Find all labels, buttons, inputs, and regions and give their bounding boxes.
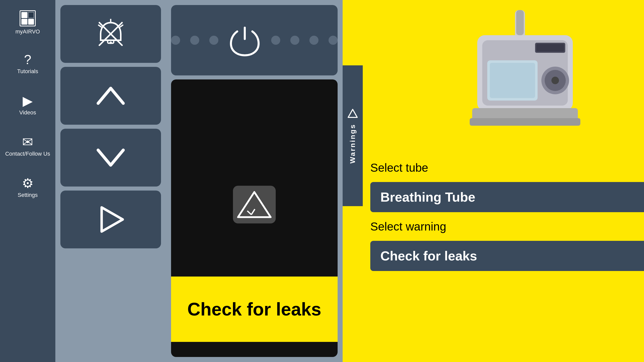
- right-content: Select tube Breathing Tube Select warnin…: [343, 161, 644, 281]
- mail-icon: ✉: [22, 135, 33, 149]
- svg-rect-23: [470, 118, 580, 126]
- select-tube-label: Select tube: [370, 161, 644, 174]
- sidebar-item-settings[interactable]: ⚙ Settings: [3, 167, 53, 208]
- device-illustration: [462, 10, 588, 151]
- dot-2: [190, 36, 199, 45]
- sidebar-item-myairvo[interactable]: myAIRVO: [3, 3, 53, 43]
- sidebar-item-videos[interactable]: ▶ Videos: [3, 85, 53, 125]
- gear-icon: ⚙: [22, 177, 34, 190]
- right-panel: Warnings: [343, 0, 644, 362]
- svg-rect-18: [490, 63, 535, 98]
- sidebar-label-tutorials: Tutorials: [17, 68, 38, 75]
- sidebar-label-myairvo: myAIRVO: [15, 28, 40, 35]
- alarm-button[interactable]: [60, 5, 161, 63]
- svg-rect-14: [516, 10, 524, 35]
- sidebar-item-tutorials[interactable]: ? Tutorials: [3, 44, 53, 84]
- up-button[interactable]: [60, 67, 161, 125]
- play-icon: ▶: [23, 94, 33, 107]
- myairvo-grid-icon: [20, 10, 36, 26]
- question-icon: ?: [24, 53, 31, 66]
- dot-7: [329, 36, 338, 45]
- breathing-tube-button[interactable]: Breathing Tube: [370, 182, 644, 212]
- dot-3: [209, 36, 218, 45]
- svg-point-1: [109, 41, 112, 44]
- svg-line-5: [120, 25, 123, 27]
- sidebar: myAIRVO ? Tutorials ▶ Videos ✉ Contact/F…: [0, 0, 55, 362]
- warning-triangle-center: [232, 183, 277, 227]
- svg-marker-7: [102, 207, 123, 232]
- device-image-area: [343, 0, 644, 161]
- controls-column: [55, 0, 166, 362]
- dot-4: [271, 36, 280, 45]
- down-button[interactable]: [60, 129, 161, 187]
- sidebar-item-contact[interactable]: ✉ Contact/Follow Us: [3, 126, 53, 166]
- chevron-up-icon: [96, 81, 126, 111]
- warning-banner-text: Check for leaks: [187, 299, 321, 320]
- dot-5: [290, 36, 299, 45]
- chevron-down-icon: [96, 143, 126, 173]
- power-row: [171, 5, 338, 75]
- select-warning-label: Select warning: [370, 220, 644, 233]
- svg-rect-25: [536, 44, 564, 52]
- alarm-icon: [96, 19, 126, 49]
- sidebar-label-settings: Settings: [18, 192, 38, 198]
- power-button[interactable]: [228, 24, 261, 57]
- svg-line-6: [99, 25, 101, 27]
- video-panel: Check for leaks: [171, 79, 338, 357]
- play-triangle-icon: [96, 204, 126, 235]
- warning-banner: Check for leaks: [171, 277, 338, 342]
- play-button[interactable]: [60, 191, 161, 248]
- main-display: Check for leaks: [166, 0, 343, 362]
- sidebar-label-videos: Videos: [19, 109, 36, 116]
- dot-1: [171, 36, 180, 45]
- svg-point-21: [551, 77, 559, 84]
- check-for-leaks-button[interactable]: Check for leaks: [370, 241, 644, 271]
- power-icon: [228, 24, 261, 57]
- dot-6: [309, 36, 318, 45]
- sidebar-label-contact: Contact/Follow Us: [5, 151, 50, 157]
